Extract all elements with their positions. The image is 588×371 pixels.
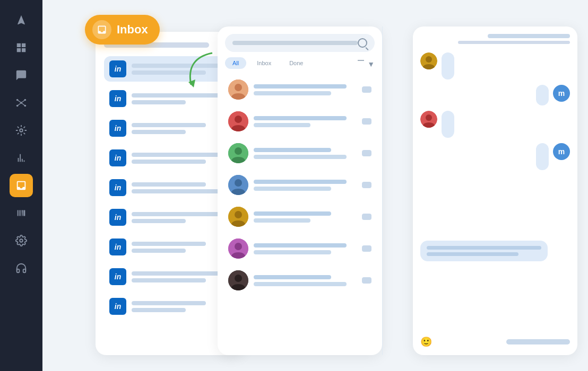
chat-bubble-received bbox=[442, 111, 454, 138]
chat-header-subline bbox=[458, 41, 570, 44]
msg-content bbox=[254, 275, 357, 286]
msg-name-line bbox=[254, 180, 347, 184]
list-item[interactable]: in bbox=[104, 86, 236, 111]
sidebar-item-settings[interactable] bbox=[10, 229, 33, 252]
chat-bubble-sent bbox=[536, 85, 549, 105]
avatar bbox=[228, 143, 248, 163]
linkedin-text bbox=[132, 271, 230, 282]
dashboard-icon bbox=[15, 42, 27, 54]
search-bar[interactable] bbox=[225, 34, 375, 52]
linkedin-text bbox=[132, 123, 230, 134]
list-item[interactable]: in bbox=[104, 234, 236, 260]
svg-point-21 bbox=[235, 211, 242, 218]
sidebar-item-dashboard[interactable] bbox=[10, 36, 33, 59]
list-item[interactable]: in bbox=[104, 56, 236, 82]
settings-icon bbox=[15, 235, 27, 246]
chat-bubble-sent bbox=[536, 143, 549, 170]
msg-preview-line bbox=[254, 187, 331, 191]
list-item[interactable]: in bbox=[104, 116, 236, 141]
msg-content bbox=[254, 211, 357, 223]
linkedin-badge: in bbox=[109, 238, 126, 255]
msg-name-line bbox=[254, 243, 347, 248]
chat-row-sent-1: m bbox=[420, 85, 570, 105]
person-icon bbox=[228, 207, 248, 227]
support-icon bbox=[15, 262, 27, 274]
msg-name-line bbox=[254, 275, 331, 279]
svg-point-9 bbox=[20, 129, 23, 132]
text-line-short bbox=[132, 100, 186, 104]
text-line-medium bbox=[132, 160, 206, 164]
tab-all[interactable]: All bbox=[225, 57, 246, 69]
msg-indicator bbox=[362, 150, 371, 156]
linkedin-badge: in bbox=[109, 209, 126, 226]
msg-preview-line bbox=[254, 250, 331, 254]
library-icon bbox=[15, 207, 27, 219]
list-item[interactable]: in bbox=[104, 264, 236, 289]
list-item[interactable] bbox=[225, 202, 375, 231]
avatar bbox=[228, 111, 248, 131]
svg-point-17 bbox=[235, 147, 242, 155]
msg-indicator bbox=[362, 118, 371, 125]
msg-indicator bbox=[362, 245, 371, 252]
linkedin-badge: in bbox=[109, 179, 126, 196]
main-area: Inbox in in bbox=[42, 0, 588, 371]
tab-done[interactable]: Done bbox=[282, 57, 310, 69]
sidebar-item-analytics[interactable] bbox=[10, 146, 33, 170]
person-icon bbox=[228, 270, 248, 290]
chat-header bbox=[420, 34, 570, 47]
msg-content bbox=[254, 243, 357, 254]
linkedin-badge: in bbox=[109, 120, 126, 137]
sidebar-item-messages[interactable] bbox=[10, 64, 33, 87]
list-item[interactable] bbox=[225, 266, 375, 295]
filter-icon[interactable]: ▼ bbox=[357, 58, 375, 68]
chat-footer: 🙂 bbox=[420, 332, 570, 348]
msg-preview-line bbox=[254, 282, 347, 286]
text-line-medium bbox=[132, 123, 206, 127]
list-item[interactable] bbox=[225, 107, 375, 136]
bubble-line bbox=[427, 246, 541, 250]
send-bar-placeholder bbox=[506, 339, 570, 344]
chat-bubble-received bbox=[442, 52, 454, 80]
sidebar-item-network[interactable] bbox=[10, 91, 33, 114]
svg-point-27 bbox=[426, 56, 432, 63]
msg-name-line bbox=[254, 116, 347, 120]
list-item[interactable] bbox=[225, 139, 375, 167]
text-line-medium bbox=[132, 182, 206, 187]
avatar bbox=[420, 52, 437, 69]
sidebar-item-library[interactable] bbox=[10, 201, 33, 225]
inbox-header-icon bbox=[92, 20, 111, 39]
svg-line-8 bbox=[21, 103, 25, 106]
search-input-placeholder bbox=[232, 41, 358, 45]
list-item[interactable]: in bbox=[104, 294, 236, 319]
list-item[interactable]: in bbox=[104, 145, 236, 171]
sidebar-item-support[interactable] bbox=[10, 257, 33, 280]
msg-name-line bbox=[254, 84, 347, 89]
list-item[interactable] bbox=[225, 75, 375, 104]
sidebar-item-navigate[interactable] bbox=[10, 8, 33, 32]
msg-preview-line bbox=[254, 91, 331, 95]
person-icon bbox=[228, 238, 248, 259]
list-item[interactable] bbox=[225, 234, 375, 263]
avatar bbox=[228, 270, 248, 290]
linkedin-text bbox=[132, 301, 230, 312]
text-line-short bbox=[132, 308, 186, 312]
chat-row-sent-2: m bbox=[420, 143, 570, 170]
avatar bbox=[228, 207, 248, 227]
m-badge: m bbox=[553, 85, 570, 102]
list-item[interactable]: in bbox=[104, 175, 236, 200]
chat-bubble-received bbox=[420, 241, 548, 261]
sidebar-item-inbox[interactable] bbox=[10, 174, 33, 197]
msg-preview-line bbox=[254, 123, 310, 127]
chat-row-received-2 bbox=[420, 111, 570, 138]
svg-point-25 bbox=[235, 275, 242, 282]
text-line-medium bbox=[132, 70, 206, 75]
tab-inbox[interactable]: Inbox bbox=[249, 57, 279, 69]
search-icon bbox=[358, 38, 367, 48]
linkedin-badge: in bbox=[109, 60, 126, 77]
person-icon bbox=[420, 52, 437, 69]
emoji-button[interactable]: 🙂 bbox=[420, 336, 432, 348]
list-item[interactable]: in bbox=[104, 205, 236, 230]
list-item[interactable] bbox=[225, 171, 375, 199]
inbox-header: Inbox bbox=[85, 15, 160, 45]
sidebar-item-integrations[interactable] bbox=[10, 119, 33, 142]
